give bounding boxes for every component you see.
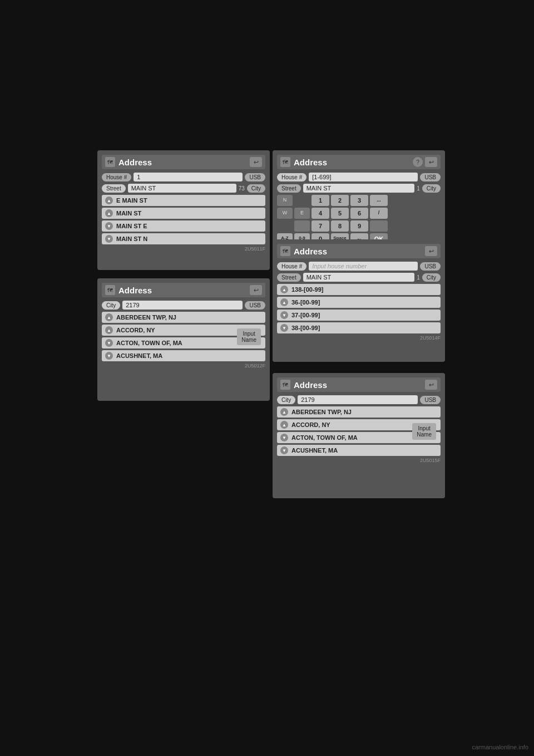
screen5-code: 2U5015F: [277, 458, 441, 463]
address-icon-1: 🗺: [105, 157, 115, 167]
screen1-house-row: House # 1 USB: [102, 173, 265, 181]
screen5-header: 🗺 Address ↩: [277, 377, 441, 392]
num-key-1[interactable]: 1: [312, 195, 329, 206]
address-icon-3: 🗺: [105, 285, 115, 295]
arrow-down-icon-3c: ▼: [105, 339, 113, 347]
list-item-3d[interactable]: ▼ ACUSHNET, MA: [102, 350, 265, 361]
screen4-city-btn[interactable]: City: [422, 273, 441, 282]
screen-address-street: 🗺 Address ↩ House # 1 USB Street MAIN ST…: [97, 150, 270, 270]
list-item-5a[interactable]: ▲ ABERDEEN TWP, NJ: [277, 406, 441, 418]
screen1-street-display: MAIN ST: [128, 184, 236, 193]
list-text-3c: ACTON, TOWN OF, MA: [116, 340, 182, 346]
list-item-5d[interactable]: ▼ ACUSHNET, MA: [277, 445, 441, 456]
address-icon-5: 🗺: [280, 380, 290, 390]
arrow-down-icon-1c: ▼: [105, 222, 113, 230]
num-key-2[interactable]: 2: [331, 195, 349, 206]
list-item-4d[interactable]: ▼ 38-[00-99]: [277, 322, 441, 333]
screen1-header: 🗺 Address ↩: [102, 155, 265, 169]
screen-city-list-2: 🗺 Address ↩ City 2179 USB ▲ ABERDEEN TWP…: [273, 373, 445, 498]
list-item-1a[interactable]: ▲ E MAIN ST: [102, 195, 265, 206]
address-icon-2: 🗺: [280, 157, 290, 167]
screen4-title: Address: [294, 247, 425, 256]
screen3-input-name-btn[interactable]: InputName: [237, 328, 261, 345]
screen3-city-btn[interactable]: City: [102, 301, 120, 310]
arrow-up-icon-4b: ▲: [280, 298, 288, 306]
dir-key-s[interactable]: [294, 220, 310, 232]
list-text-4a: 138-[00-99]: [291, 286, 323, 293]
list-text-5a: ABERDEEN TWP, NJ: [291, 409, 352, 415]
num-key-7[interactable]: 7: [312, 220, 329, 232]
screen4-street-btn[interactable]: Street: [277, 273, 301, 282]
screen1-back-button[interactable]: ↩: [250, 157, 262, 167]
num-key-dot[interactable]: ...: [370, 195, 388, 206]
screen4-header: 🗺 Address ↩: [277, 244, 441, 258]
num-key-blank3: [370, 220, 388, 232]
screen3-code: 2U5012F: [102, 363, 265, 369]
screen4-house-row: House # Input house number USB: [277, 262, 441, 271]
screen-house-number: 🗺 Address ↩ House # Input house number U…: [273, 239, 445, 362]
screen5-back-button[interactable]: ↩: [425, 380, 437, 390]
screen2-street-btn[interactable]: Street: [277, 184, 301, 193]
screen2-city-btn[interactable]: City: [422, 184, 441, 193]
num-key-8[interactable]: 8: [331, 220, 349, 232]
num-key-3[interactable]: 3: [350, 195, 368, 206]
screen4-house-btn[interactable]: House #: [277, 262, 306, 271]
list-text-1b: MAIN ST: [116, 210, 141, 217]
screen3-title: Address: [118, 286, 250, 295]
screen4-usb-btn[interactable]: USB: [420, 262, 441, 271]
list-item-4c[interactable]: ▼ 37-[00-99]: [277, 310, 441, 321]
screen2-house-btn[interactable]: House #: [277, 173, 306, 181]
screen2-house-row: House # [1-699] USB: [277, 173, 441, 181]
screen3-back-button[interactable]: ↩: [250, 285, 262, 295]
arrow-up-icon-4a: ▲: [280, 286, 288, 293]
screen1-usb-btn[interactable]: USB: [245, 173, 265, 181]
screen2-usb-btn[interactable]: USB: [420, 173, 441, 181]
arrow-up-icon-3b: ▲: [105, 326, 113, 334]
list-item-3a[interactable]: ▲ ABERDEEN TWP, NJ: [102, 312, 265, 323]
screen1-title: Address: [118, 158, 250, 167]
num-key-slash[interactable]: /: [370, 208, 388, 219]
screen2-question-btn[interactable]: ?: [413, 157, 423, 167]
screen-city-list-1: 🗺 Address ↩ City 2179 USB ▲ ABERDEEN TWP…: [97, 278, 270, 401]
screen2-back-button[interactable]: ↩: [425, 157, 437, 167]
screen1-street-btn[interactable]: Street: [102, 184, 126, 193]
screen4-street-count: 1: [417, 274, 420, 281]
screen1-city-btn[interactable]: City: [247, 184, 265, 193]
list-text-3d: ACUSHNET, MA: [116, 352, 162, 359]
arrow-down-icon-5d: ▼: [280, 446, 288, 454]
list-item-1b[interactable]: ▲ MAIN ST: [102, 208, 265, 219]
num-key-9[interactable]: 9: [350, 220, 368, 232]
arrow-down-icon-5c: ▼: [280, 434, 288, 441]
list-item-4a[interactable]: ▲ 138-[00-99]: [277, 284, 441, 295]
screen1-house-display: 1: [134, 173, 243, 181]
screen4-back-button[interactable]: ↩: [425, 246, 437, 256]
screen1-street-count: 73: [239, 185, 245, 192]
arrow-up-icon-5b: ▲: [280, 421, 288, 429]
screen2-house-display: [1-699]: [309, 173, 418, 181]
dir-key-e[interactable]: E: [294, 208, 310, 219]
screen4-street-row: Street MAIN ST 1 City: [277, 273, 441, 282]
dir-key-n[interactable]: N: [277, 195, 293, 206]
list-item-4b[interactable]: ▲ 36-[00-99]: [277, 297, 441, 308]
list-item-1d[interactable]: ▼ MAIN ST N: [102, 233, 265, 244]
list-text-5c: ACTON, TOWN OF, MA: [291, 434, 358, 441]
screen3-header: 🗺 Address ↩: [102, 283, 265, 297]
num-key-4[interactable]: 4: [312, 208, 329, 219]
arrow-down-icon-1d: ▼: [105, 235, 113, 243]
screen5-city-count: 2179: [298, 395, 418, 404]
screen5-input-name-btn[interactable]: InputName: [412, 423, 436, 440]
dir-key-w[interactable]: W: [277, 208, 293, 219]
arrow-up-icon-3a: ▲: [105, 313, 113, 321]
arrow-down-icon-4c: ▼: [280, 311, 288, 319]
num-key-6[interactable]: 6: [350, 208, 368, 219]
screen3-list-area: ▲ ABERDEEN TWP, NJ ▲ ACCORD, NY ▼ ACTON,…: [102, 312, 265, 361]
screen5-city-btn[interactable]: City: [277, 396, 295, 404]
list-text-4b: 36-[00-99]: [291, 299, 320, 306]
dir-key-blank2: [277, 220, 293, 232]
num-key-5[interactable]: 5: [331, 208, 349, 219]
screen1-house-btn[interactable]: House #: [102, 173, 131, 181]
screen5-usb-btn[interactable]: USB: [420, 396, 441, 404]
screen5-input-name-area: InputName: [417, 406, 441, 456]
screen3-usb-btn[interactable]: USB: [245, 301, 265, 310]
list-item-1c[interactable]: ▼ MAIN ST E: [102, 220, 265, 232]
